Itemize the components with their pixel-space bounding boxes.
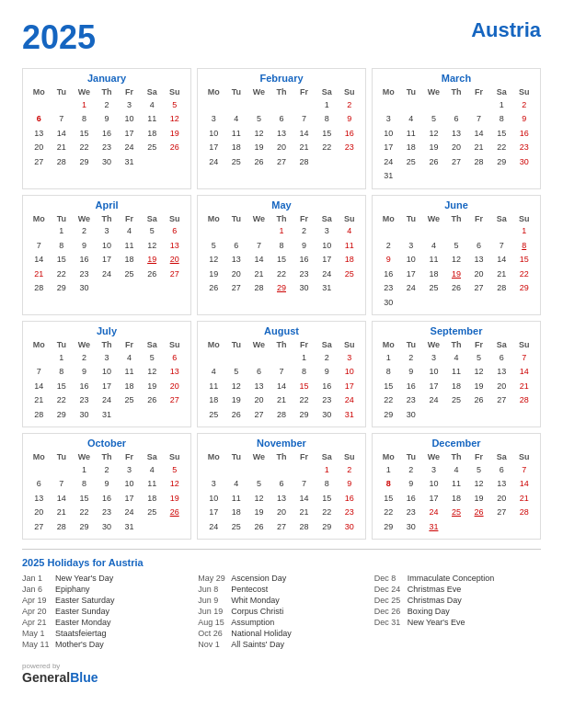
day-cell: 30 <box>316 408 339 423</box>
day-header: Mo <box>377 86 400 97</box>
holiday-date: Jun 9 <box>198 596 227 605</box>
day-cell: 19 <box>445 267 468 281</box>
day-header: We <box>247 451 270 462</box>
day-cell: 6 <box>225 238 248 253</box>
holiday-name: Easter Monday <box>55 618 111 627</box>
day-cell: 12 <box>202 253 225 267</box>
day-cell: 21 <box>512 379 535 393</box>
day-cell: 29 <box>73 154 96 169</box>
day-header: Mo <box>377 339 400 350</box>
day-cell: 1 <box>490 97 513 112</box>
day-cell: 3 <box>338 350 361 365</box>
day-cell: 25 <box>445 393 468 408</box>
day-header: Tu <box>51 339 74 350</box>
month-title: December <box>377 438 535 449</box>
day-cell: 30 <box>73 408 96 423</box>
day-cell: 15 <box>490 126 513 141</box>
holiday-date: Nov 1 <box>198 640 227 649</box>
holiday-name: Pentecost <box>231 585 268 594</box>
day-header: Su <box>163 86 186 97</box>
day-cell: 6 <box>163 350 186 365</box>
day-header: Su <box>512 86 535 97</box>
day-cell: 28 <box>512 393 535 408</box>
day-cell <box>202 224 225 239</box>
holiday-date: Dec 25 <box>374 596 404 605</box>
day-header: Sa <box>490 86 513 97</box>
day-cell: 9 <box>338 112 361 127</box>
day-cell: 8 <box>316 477 339 492</box>
day-cell: 19 <box>467 379 490 393</box>
day-cell: 11 <box>118 238 141 253</box>
day-cell: 7 <box>51 112 74 127</box>
day-cell: 27 <box>270 154 293 169</box>
day-cell: 5 <box>445 238 468 253</box>
day-cell: 9 <box>338 477 361 492</box>
day-cell: 17 <box>377 141 400 155</box>
day-header: Su <box>338 451 361 462</box>
day-cell <box>490 224 513 239</box>
day-cell <box>490 519 513 534</box>
day-cell: 11 <box>225 126 248 141</box>
day-cell: 3 <box>96 350 119 365</box>
days-grid: 1234567891011121314151617181920212223242… <box>28 97 186 169</box>
holiday-date: Oct 26 <box>198 629 227 638</box>
day-cell: 6 <box>28 477 51 492</box>
days-grid: 1234567891011121314151617181920212223242… <box>377 462 535 534</box>
day-cell: 28 <box>293 154 316 169</box>
day-cell: 29 <box>73 519 96 534</box>
day-header: Su <box>512 339 535 350</box>
day-cell: 15 <box>316 126 339 141</box>
day-cell: 22 <box>73 506 96 520</box>
day-cell: 22 <box>316 141 339 155</box>
day-cell: 29 <box>293 408 316 423</box>
day-header: We <box>247 339 270 350</box>
day-cell: 11 <box>400 126 423 141</box>
day-cell: 30 <box>400 408 423 423</box>
powered-by: powered by <box>22 662 98 670</box>
day-cell: 22 <box>51 393 74 408</box>
day-cell: 22 <box>270 267 293 281</box>
day-cell: 12 <box>141 238 164 253</box>
days-grid: 1234567891011121314151617181920212223242… <box>377 224 535 311</box>
day-cell: 17 <box>202 141 225 155</box>
day-cell: 27 <box>28 519 51 534</box>
day-cell: 10 <box>118 477 141 492</box>
day-headers: MoTuWeThFrSaSu <box>28 86 186 97</box>
day-cell: 11 <box>422 253 445 267</box>
day-header: Fr <box>118 451 141 462</box>
day-cell <box>28 350 51 365</box>
day-cell: 9 <box>377 253 400 267</box>
day-cell: 20 <box>490 379 513 393</box>
day-cell: 26 <box>202 281 225 296</box>
day-cell: 26 <box>247 519 270 534</box>
day-cell <box>467 224 490 239</box>
holiday-item: Apr 20Easter Sunday <box>22 607 189 616</box>
day-header: Th <box>270 451 293 462</box>
holiday-column: Jan 1New Year's DayJan 6EpiphanyApr 19Ea… <box>22 574 189 651</box>
day-cell <box>163 281 186 296</box>
day-cell: 27 <box>445 154 468 169</box>
day-cell: 15 <box>270 253 293 267</box>
month-title: July <box>28 325 186 336</box>
day-cell: 18 <box>422 267 445 281</box>
day-cell <box>377 97 400 112</box>
day-cell: 12 <box>467 365 490 380</box>
day-cell: 12 <box>445 253 468 267</box>
day-cell: 22 <box>490 141 513 155</box>
days-grid: 1234567891011121314151617181920212223242… <box>28 462 186 534</box>
holiday-date: Aug 15 <box>198 618 227 627</box>
day-cell: 11 <box>445 477 468 492</box>
day-cell: 23 <box>400 506 423 520</box>
day-cell: 13 <box>247 379 270 393</box>
month-block-january: JanuaryMoTuWeThFrSaSu1234567891011121314… <box>22 68 191 189</box>
day-cell: 23 <box>96 506 119 520</box>
day-cell: 2 <box>73 350 96 365</box>
holiday-name: Mother's Day <box>55 640 104 649</box>
day-cell: 30 <box>96 154 119 169</box>
holiday-name: Christmas Day <box>408 596 462 605</box>
day-cell: 20 <box>225 267 248 281</box>
day-cell: 25 <box>118 393 141 408</box>
day-cell: 4 <box>202 365 225 380</box>
day-headers: MoTuWeThFrSaSu <box>377 213 535 224</box>
holiday-date: Apr 20 <box>22 607 52 616</box>
